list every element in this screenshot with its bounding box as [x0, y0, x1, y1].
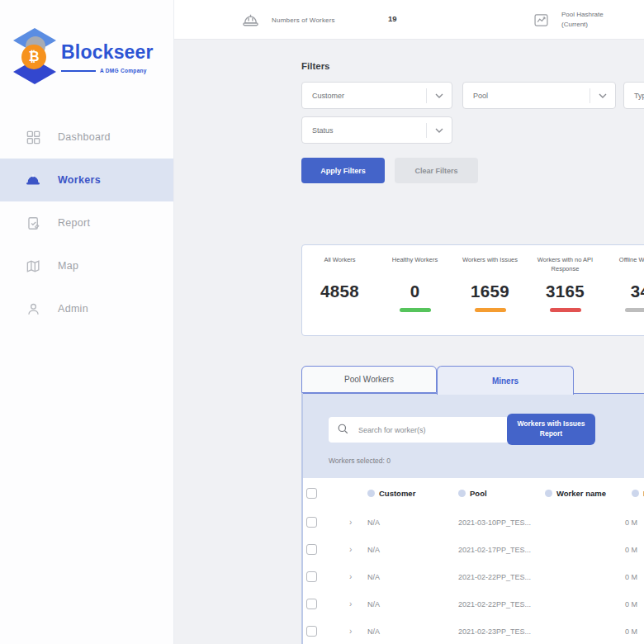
cell-customer: N/A — [367, 590, 380, 618]
cell-customer: N/A — [367, 563, 380, 590]
table-row: › N/A 2021-02-23PP_TES... 0 M — [303, 618, 644, 644]
workers-count-stat: Numbers of Workers — [241, 0, 335, 40]
logo-tag-rule — [61, 70, 96, 72]
cell-pool: 2021-03-10PP_TES... — [458, 509, 531, 536]
page: ₿ Blockseer A DMG Company Dashboard — [0, 0, 644, 644]
select-all-checkbox[interactable] — [306, 488, 317, 499]
table-row: › N/A 2021-02-22PP_TES... 0 M — [303, 590, 644, 618]
stat-offline-workers: Offline Workers 34 — [603, 256, 644, 335]
cell-pool: 2021-02-17PP_TES... — [458, 536, 531, 563]
row-expand-icon[interactable]: › — [349, 509, 352, 536]
blockseer-logo-icon: ₿ — [12, 25, 58, 89]
type-filter-dropdown[interactable]: Type — [623, 82, 644, 109]
cell-customer: N/A — [367, 509, 380, 536]
bitcoin-symbol: ₿ — [28, 50, 39, 64]
stat-value: 4858 — [305, 282, 374, 301]
chevron-down-icon[interactable] — [427, 128, 452, 133]
pool-filter-dropdown[interactable]: Pool — [462, 82, 616, 109]
clear-filters-button[interactable]: Clear Filters — [395, 158, 478, 183]
column-header-pool[interactable]: Pool — [458, 478, 487, 509]
row-expand-icon[interactable]: › — [349, 590, 352, 618]
stat-bar-orange — [475, 308, 506, 312]
customer-filter-dropdown[interactable]: Customer — [301, 82, 452, 109]
row-expand-icon[interactable]: › — [349, 563, 352, 590]
cell-pool: 2021-02-22PP_TES... — [458, 590, 531, 618]
row-checkbox[interactable] — [306, 571, 317, 582]
chevron-down-icon[interactable] — [590, 93, 615, 98]
cell-hashrate: 0 M — [625, 563, 637, 590]
sidebar-item-label: Map — [58, 260, 78, 272]
search-input[interactable] — [329, 417, 509, 443]
pool-hashrate-label: Pool Hashrate (Current) — [561, 10, 604, 30]
miners-table: Customer Pool Worker name Hashrate — [303, 478, 644, 644]
cell-pool: 2021-02-23PP_TES... — [458, 618, 531, 644]
table-row: › N/A 2021-02-17PP_TES... 0 M — [303, 536, 644, 563]
row-checkbox[interactable] — [306, 626, 317, 637]
table-header-row: Customer Pool Worker name Hashrate — [303, 478, 644, 509]
stat-label: Workers with Issues — [456, 256, 524, 276]
map-icon — [25, 258, 41, 274]
workers-with-issues-report-button[interactable]: Workers with Issues Report — [507, 414, 595, 445]
stat-value: 34 — [606, 282, 644, 301]
helmet-icon — [241, 11, 260, 30]
stat-value: 0 — [381, 282, 449, 301]
admin-user-icon — [25, 301, 41, 317]
row-checkbox[interactable] — [306, 544, 317, 555]
stat-bar-green — [400, 308, 431, 312]
stat-label: Workers with no API Response — [531, 256, 599, 276]
miners-tab-content: Workers with Issues Report Workers selec… — [301, 393, 644, 644]
workers-selected-count: Workers selected: 0 — [329, 457, 391, 465]
tab-miners[interactable]: Miners — [437, 366, 574, 395]
filters-title: Filters — [301, 61, 330, 71]
cell-customer: N/A — [367, 618, 380, 644]
table-row: › N/A 2021-02-22PP_TES... 0 M — [303, 563, 644, 590]
cell-hashrate: 0 M — [625, 509, 637, 536]
hashrate-chart-icon — [533, 12, 550, 29]
row-expand-icon[interactable]: › — [349, 536, 352, 563]
stat-bar-red — [550, 308, 581, 312]
stat-healthy-workers: Healthy Workers 0 — [377, 256, 452, 335]
sidebar-item-map[interactable]: Map — [0, 244, 173, 287]
row-expand-icon[interactable]: › — [349, 618, 352, 644]
stat-label: Offline Workers — [606, 256, 644, 276]
sidebar-item-label: Report — [58, 217, 90, 229]
main-content: Filters Customer Pool Type Status — [174, 40, 644, 644]
sidebar-item-workers[interactable]: Workers — [0, 159, 173, 201]
stat-label: Healthy Workers — [381, 256, 449, 276]
sidebar: ₿ Blockseer A DMG Company Dashboard — [0, 0, 174, 644]
stat-value: 3165 — [531, 282, 599, 301]
stat-no-api-response: Workers with no API Response 3165 — [528, 256, 603, 335]
column-header-customer[interactable]: Customer — [367, 478, 415, 509]
logo-tagline: A DMG Company — [100, 68, 147, 73]
pool-filter-label: Pool — [463, 92, 590, 100]
blockseer-logo[interactable]: ₿ Blockseer A DMG Company — [10, 23, 167, 91]
workers-count-value: 19 — [388, 14, 397, 23]
tab-pool-workers[interactable]: Pool Workers — [301, 366, 437, 393]
row-checkbox[interactable] — [306, 517, 317, 528]
dashboard-icon — [25, 129, 41, 145]
topbar: Numbers of Workers 19 Pool Hashrate (Cur… — [174, 0, 644, 40]
sidebar-item-label: Admin — [58, 303, 88, 315]
customer-filter-label: Customer — [302, 92, 426, 100]
sidebar-item-admin[interactable]: Admin — [0, 287, 173, 330]
sidebar-item-dashboard[interactable]: Dashboard — [0, 116, 173, 159]
filter-icon[interactable] — [632, 490, 639, 497]
column-header-hashrate[interactable]: Hashrate — [632, 478, 644, 509]
apply-filters-button[interactable]: Apply Filters — [301, 158, 385, 183]
workers-count-label: Numbers of Workers — [272, 17, 335, 24]
table-row: › N/A 2021-03-10PP_TES... 0 M — [303, 509, 644, 536]
status-filter-label: Status — [302, 126, 426, 135]
cell-hashrate: 0 M — [625, 536, 637, 563]
filter-icon[interactable] — [545, 490, 552, 497]
stat-bar-gray — [625, 308, 644, 312]
row-checkbox[interactable] — [306, 599, 317, 609]
filter-icon[interactable] — [367, 490, 375, 497]
column-header-worker-name[interactable]: Worker name — [545, 478, 606, 509]
sidebar-item-report[interactable]: Report — [0, 201, 173, 244]
filter-icon[interactable] — [458, 490, 466, 497]
status-filter-dropdown[interactable]: Status — [301, 116, 452, 144]
logo-text: Blockseer A DMG Company — [61, 41, 168, 73]
chevron-down-icon[interactable] — [427, 93, 452, 98]
sidebar-menu: Dashboard Workers — [0, 116, 173, 330]
stat-workers-with-issues: Workers with Issues 1659 — [452, 256, 528, 335]
